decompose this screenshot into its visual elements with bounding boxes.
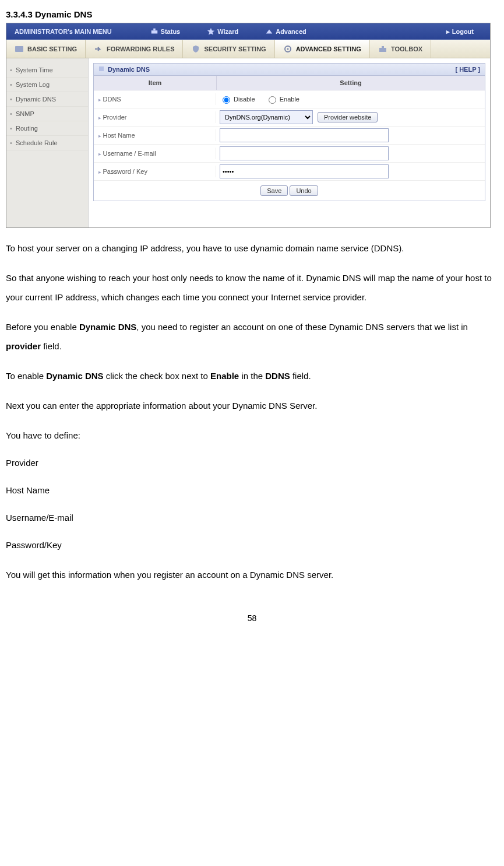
tab-toolbox-label: TOOLBOX — [391, 45, 422, 52]
paragraph-2: So that anyone wishing to reach your hos… — [6, 268, 498, 307]
square-icon — [98, 66, 104, 73]
tab-forwarding-label: FORWARDING RULES — [107, 45, 175, 52]
tab-basic-label: BASIC SETTING — [27, 45, 77, 52]
row-password: Password / Key — [94, 163, 485, 181]
sidebar-item-snmp[interactable]: SNMP — [6, 107, 88, 121]
help-link[interactable]: [ HELP ] — [455, 66, 480, 73]
label-username: Username / E-mail — [94, 148, 216, 159]
tab-strip: BASIC SETTING FORWARDING RULES SECURITY … — [6, 40, 490, 58]
paragraph-4: To enable Dynamic DNS click the check bo… — [6, 366, 498, 385]
nav-wizard-label: Wizard — [217, 28, 238, 35]
label-password: Password / Key — [94, 166, 216, 177]
row-hostname: Host Name — [94, 127, 485, 145]
paragraph-6: You have to define: — [6, 426, 498, 445]
grid-header-row: Item Setting — [94, 76, 485, 90]
status-icon — [150, 27, 158, 36]
provider-select[interactable]: DynDNS.org(Dynamic) — [220, 110, 313, 124]
provider-website-button[interactable]: Provider website — [318, 112, 378, 122]
panel-header: Dynamic DNS [ HELP ] — [94, 64, 485, 76]
paragraph-5: Next you can enter the appropriate infor… — [6, 396, 498, 415]
security-icon — [191, 45, 200, 53]
router-admin-screenshot: ADMINISTRATOR's MAIN MENU Status Wizard … — [6, 23, 491, 228]
tab-toolbox[interactable]: TOOLBOX — [370, 40, 431, 58]
basic-icon — [15, 45, 24, 53]
radio-disable[interactable] — [223, 96, 230, 104]
nav-advanced-label: Advanced — [276, 28, 306, 35]
button-row: Save Undo — [94, 181, 485, 201]
label-ddns: DDNS — [94, 93, 216, 105]
content-area: Dynamic DNS [ HELP ] Item Setting DDNS D… — [89, 58, 490, 227]
svg-rect-2 — [153, 29, 156, 31]
sidebar-item-schedule-rule[interactable]: Schedule Rule — [6, 136, 88, 150]
nav-advanced[interactable]: Advanced — [265, 27, 306, 36]
tab-security-setting[interactable]: SECURITY SETTING — [183, 40, 274, 58]
sidebar-item-routing[interactable]: Routing — [6, 121, 88, 136]
advanced-icon — [265, 27, 273, 36]
tab-forwarding-rules[interactable]: FORWARDING RULES — [86, 40, 184, 58]
paragraph-1: To host your server on a changing IP add… — [6, 239, 498, 258]
section-heading: 3.3.4.3 Dynamic DNS — [6, 9, 498, 19]
paragraph-10: Password/Key — [6, 535, 498, 555]
sidebar-item-system-log[interactable]: System Log — [6, 78, 88, 92]
svg-rect-7 — [382, 46, 384, 48]
nav-status[interactable]: Status — [150, 27, 181, 36]
svg-rect-6 — [379, 48, 386, 52]
paragraph-9: Username/E-mail — [6, 508, 498, 527]
radio-disable-label: Disable — [234, 96, 255, 103]
paragraph-3: Before you enable Dynamic DNS, you need … — [6, 317, 498, 356]
label-hostname: Host Name — [94, 129, 216, 141]
svg-rect-1 — [151, 30, 157, 33]
radio-enable[interactable] — [269, 96, 276, 104]
wizard-icon — [207, 27, 215, 36]
nav-logout-label: Logout — [452, 28, 474, 35]
panel-title: Dynamic DNS — [108, 66, 150, 73]
sidebar-item-system-time[interactable]: System Time — [6, 63, 88, 78]
sidebar: System Time System Log Dynamic DNS SNMP … — [6, 58, 89, 227]
radio-enable-wrap[interactable]: Enable — [266, 94, 299, 104]
tab-advanced-label: ADVANCED SETTING — [296, 45, 361, 52]
radio-disable-wrap[interactable]: Disable — [220, 94, 255, 104]
tab-security-label: SECURITY SETTING — [204, 45, 266, 52]
sidebar-item-dynamic-dns[interactable]: Dynamic DNS — [6, 92, 88, 107]
svg-rect-8 — [99, 66, 104, 71]
dynamic-dns-panel: Dynamic DNS [ HELP ] Item Setting DDNS D… — [93, 63, 485, 201]
column-header-setting: Setting — [217, 76, 485, 90]
nav-logout[interactable]: ▸ Logout — [446, 28, 474, 36]
label-provider: Provider — [94, 111, 216, 123]
paragraph-11: You will get this information when you r… — [6, 565, 498, 584]
page-number: 58 — [6, 613, 498, 623]
triangle-icon: ▸ — [446, 28, 450, 36]
svg-rect-3 — [15, 46, 23, 52]
undo-button[interactable]: Undo — [290, 185, 318, 196]
advanced-tab-icon — [283, 45, 292, 53]
radio-enable-label: Enable — [280, 96, 299, 103]
row-ddns: DDNS Disable Enable — [94, 90, 485, 108]
document-body: To host your server on a changing IP add… — [6, 239, 498, 584]
save-button[interactable]: Save — [260, 185, 288, 196]
main-menu-bar: ADMINISTRATOR's MAIN MENU Status Wizard … — [6, 23, 490, 40]
column-header-item: Item — [94, 76, 217, 90]
toolbox-icon — [378, 45, 387, 53]
tab-advanced-setting[interactable]: ADVANCED SETTING — [275, 40, 370, 58]
hostname-input[interactable] — [220, 128, 389, 142]
row-username: Username / E-mail — [94, 145, 485, 163]
paragraph-7: Provider — [6, 453, 498, 472]
tab-basic-setting[interactable]: BASIC SETTING — [6, 40, 86, 58]
username-input[interactable] — [220, 146, 389, 160]
nav-status-label: Status — [161, 28, 181, 35]
password-input[interactable] — [220, 164, 389, 178]
paragraph-8: Host Name — [6, 481, 498, 500]
forwarding-icon — [94, 45, 103, 53]
main-menu-title: ADMINISTRATOR's MAIN MENU — [15, 28, 112, 35]
row-provider: Provider DynDNS.org(Dynamic) Provider we… — [94, 108, 485, 127]
nav-wizard[interactable]: Wizard — [207, 27, 238, 36]
svg-point-5 — [287, 48, 288, 50]
